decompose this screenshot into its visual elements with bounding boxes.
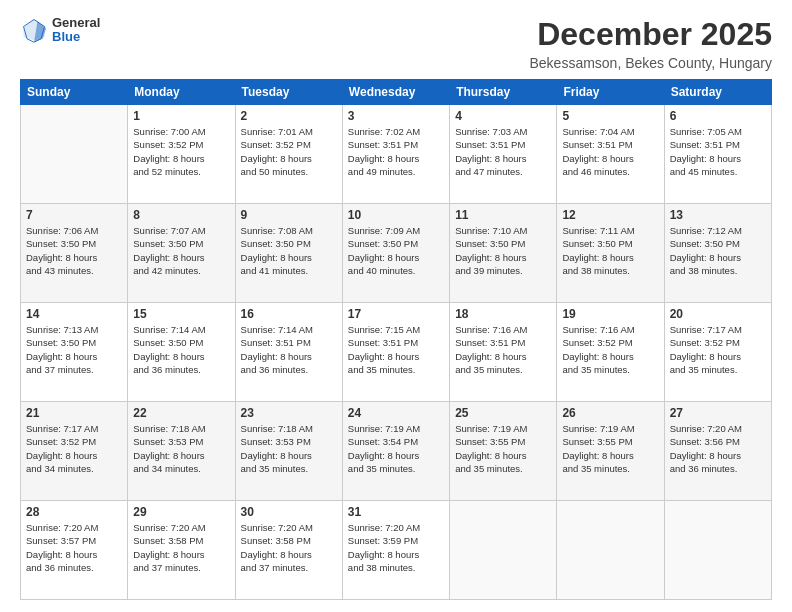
calendar-week-row-3: 21Sunrise: 7:17 AMSunset: 3:52 PMDayligh…: [21, 402, 772, 501]
calendar-cell: 16Sunrise: 7:14 AMSunset: 3:51 PMDayligh…: [235, 303, 342, 402]
calendar-cell: 11Sunrise: 7:10 AMSunset: 3:50 PMDayligh…: [450, 204, 557, 303]
calendar-week-row-2: 14Sunrise: 7:13 AMSunset: 3:50 PMDayligh…: [21, 303, 772, 402]
day-info: Sunrise: 7:20 AMSunset: 3:58 PMDaylight:…: [133, 521, 229, 574]
day-info: Sunrise: 7:00 AMSunset: 3:52 PMDaylight:…: [133, 125, 229, 178]
day-info: Sunrise: 7:05 AMSunset: 3:51 PMDaylight:…: [670, 125, 766, 178]
day-number: 5: [562, 109, 658, 123]
calendar-cell: [450, 501, 557, 600]
day-number: 29: [133, 505, 229, 519]
day-info: Sunrise: 7:07 AMSunset: 3:50 PMDaylight:…: [133, 224, 229, 277]
col-wednesday: Wednesday: [342, 80, 449, 105]
calendar-cell: 27Sunrise: 7:20 AMSunset: 3:56 PMDayligh…: [664, 402, 771, 501]
calendar-cell: 29Sunrise: 7:20 AMSunset: 3:58 PMDayligh…: [128, 501, 235, 600]
calendar-cell: 9Sunrise: 7:08 AMSunset: 3:50 PMDaylight…: [235, 204, 342, 303]
day-number: 9: [241, 208, 337, 222]
day-info: Sunrise: 7:12 AMSunset: 3:50 PMDaylight:…: [670, 224, 766, 277]
day-info: Sunrise: 7:02 AMSunset: 3:51 PMDaylight:…: [348, 125, 444, 178]
calendar-cell: 23Sunrise: 7:18 AMSunset: 3:53 PMDayligh…: [235, 402, 342, 501]
day-number: 28: [26, 505, 122, 519]
col-sunday: Sunday: [21, 80, 128, 105]
calendar-cell: 15Sunrise: 7:14 AMSunset: 3:50 PMDayligh…: [128, 303, 235, 402]
calendar-cell: 1Sunrise: 7:00 AMSunset: 3:52 PMDaylight…: [128, 105, 235, 204]
page: General Blue December 2025 Bekessamson, …: [0, 0, 792, 612]
calendar-cell: 6Sunrise: 7:05 AMSunset: 3:51 PMDaylight…: [664, 105, 771, 204]
location: Bekessamson, Bekes County, Hungary: [529, 55, 772, 71]
day-number: 22: [133, 406, 229, 420]
logo-icon: [20, 16, 48, 44]
day-info: Sunrise: 7:16 AMSunset: 3:51 PMDaylight:…: [455, 323, 551, 376]
col-saturday: Saturday: [664, 80, 771, 105]
day-number: 23: [241, 406, 337, 420]
day-number: 3: [348, 109, 444, 123]
day-number: 2: [241, 109, 337, 123]
day-info: Sunrise: 7:09 AMSunset: 3:50 PMDaylight:…: [348, 224, 444, 277]
day-info: Sunrise: 7:15 AMSunset: 3:51 PMDaylight:…: [348, 323, 444, 376]
day-number: 4: [455, 109, 551, 123]
day-info: Sunrise: 7:16 AMSunset: 3:52 PMDaylight:…: [562, 323, 658, 376]
calendar-cell: 12Sunrise: 7:11 AMSunset: 3:50 PMDayligh…: [557, 204, 664, 303]
day-number: 16: [241, 307, 337, 321]
calendar-cell: 7Sunrise: 7:06 AMSunset: 3:50 PMDaylight…: [21, 204, 128, 303]
day-info: Sunrise: 7:06 AMSunset: 3:50 PMDaylight:…: [26, 224, 122, 277]
day-info: Sunrise: 7:20 AMSunset: 3:57 PMDaylight:…: [26, 521, 122, 574]
calendar-header-row: Sunday Monday Tuesday Wednesday Thursday…: [21, 80, 772, 105]
logo: General Blue: [20, 16, 100, 45]
day-info: Sunrise: 7:14 AMSunset: 3:50 PMDaylight:…: [133, 323, 229, 376]
day-number: 6: [670, 109, 766, 123]
header: General Blue December 2025 Bekessamson, …: [20, 16, 772, 71]
day-number: 20: [670, 307, 766, 321]
day-number: 17: [348, 307, 444, 321]
day-number: 31: [348, 505, 444, 519]
day-info: Sunrise: 7:04 AMSunset: 3:51 PMDaylight:…: [562, 125, 658, 178]
day-info: Sunrise: 7:08 AMSunset: 3:50 PMDaylight:…: [241, 224, 337, 277]
day-number: 30: [241, 505, 337, 519]
day-info: Sunrise: 7:14 AMSunset: 3:51 PMDaylight:…: [241, 323, 337, 376]
calendar-cell: 31Sunrise: 7:20 AMSunset: 3:59 PMDayligh…: [342, 501, 449, 600]
calendar-week-row-1: 7Sunrise: 7:06 AMSunset: 3:50 PMDaylight…: [21, 204, 772, 303]
calendar-cell: 8Sunrise: 7:07 AMSunset: 3:50 PMDaylight…: [128, 204, 235, 303]
day-info: Sunrise: 7:17 AMSunset: 3:52 PMDaylight:…: [26, 422, 122, 475]
day-number: 1: [133, 109, 229, 123]
calendar-cell: 4Sunrise: 7:03 AMSunset: 3:51 PMDaylight…: [450, 105, 557, 204]
month-title: December 2025: [529, 16, 772, 53]
calendar-cell: 18Sunrise: 7:16 AMSunset: 3:51 PMDayligh…: [450, 303, 557, 402]
calendar-cell: [557, 501, 664, 600]
day-info: Sunrise: 7:18 AMSunset: 3:53 PMDaylight:…: [133, 422, 229, 475]
day-info: Sunrise: 7:13 AMSunset: 3:50 PMDaylight:…: [26, 323, 122, 376]
calendar-cell: 22Sunrise: 7:18 AMSunset: 3:53 PMDayligh…: [128, 402, 235, 501]
calendar-cell: 3Sunrise: 7:02 AMSunset: 3:51 PMDaylight…: [342, 105, 449, 204]
calendar-table: Sunday Monday Tuesday Wednesday Thursday…: [20, 79, 772, 600]
day-info: Sunrise: 7:17 AMSunset: 3:52 PMDaylight:…: [670, 323, 766, 376]
calendar-cell: 2Sunrise: 7:01 AMSunset: 3:52 PMDaylight…: [235, 105, 342, 204]
calendar-cell: 13Sunrise: 7:12 AMSunset: 3:50 PMDayligh…: [664, 204, 771, 303]
day-info: Sunrise: 7:20 AMSunset: 3:58 PMDaylight:…: [241, 521, 337, 574]
calendar-cell: [21, 105, 128, 204]
day-number: 10: [348, 208, 444, 222]
calendar-cell: 21Sunrise: 7:17 AMSunset: 3:52 PMDayligh…: [21, 402, 128, 501]
day-info: Sunrise: 7:19 AMSunset: 3:55 PMDaylight:…: [455, 422, 551, 475]
day-number: 18: [455, 307, 551, 321]
day-number: 26: [562, 406, 658, 420]
calendar-cell: 28Sunrise: 7:20 AMSunset: 3:57 PMDayligh…: [21, 501, 128, 600]
logo-blue-text: Blue: [52, 30, 100, 44]
calendar-week-row-4: 28Sunrise: 7:20 AMSunset: 3:57 PMDayligh…: [21, 501, 772, 600]
calendar-cell: 24Sunrise: 7:19 AMSunset: 3:54 PMDayligh…: [342, 402, 449, 501]
day-info: Sunrise: 7:11 AMSunset: 3:50 PMDaylight:…: [562, 224, 658, 277]
logo-text: General Blue: [52, 16, 100, 45]
day-info: Sunrise: 7:19 AMSunset: 3:55 PMDaylight:…: [562, 422, 658, 475]
col-tuesday: Tuesday: [235, 80, 342, 105]
day-info: Sunrise: 7:18 AMSunset: 3:53 PMDaylight:…: [241, 422, 337, 475]
day-number: 24: [348, 406, 444, 420]
day-number: 12: [562, 208, 658, 222]
title-block: December 2025 Bekessamson, Bekes County,…: [529, 16, 772, 71]
day-number: 7: [26, 208, 122, 222]
calendar-cell: 25Sunrise: 7:19 AMSunset: 3:55 PMDayligh…: [450, 402, 557, 501]
day-number: 27: [670, 406, 766, 420]
calendar-cell: 19Sunrise: 7:16 AMSunset: 3:52 PMDayligh…: [557, 303, 664, 402]
col-friday: Friday: [557, 80, 664, 105]
day-number: 11: [455, 208, 551, 222]
calendar-cell: 10Sunrise: 7:09 AMSunset: 3:50 PMDayligh…: [342, 204, 449, 303]
day-number: 25: [455, 406, 551, 420]
calendar-week-row-0: 1Sunrise: 7:00 AMSunset: 3:52 PMDaylight…: [21, 105, 772, 204]
day-number: 21: [26, 406, 122, 420]
